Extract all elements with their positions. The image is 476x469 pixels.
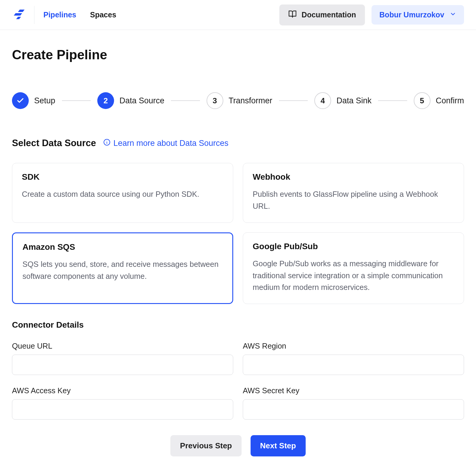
input-queue-url[interactable] bbox=[12, 355, 233, 375]
label-aws-access-key: AWS Access Key bbox=[12, 386, 233, 395]
info-icon bbox=[103, 139, 110, 148]
documentation-label: Documentation bbox=[301, 10, 356, 19]
source-card-google-pubsub[interactable]: Google Pub/Sub Google Pub/Sub works as a… bbox=[243, 232, 464, 304]
header-right: Documentation Bobur Umurzokov bbox=[279, 4, 464, 25]
label-aws-region: AWS Region bbox=[243, 342, 464, 350]
step-label-confirm: Confirm bbox=[436, 96, 464, 105]
step-transformer[interactable]: 3 Transformer bbox=[207, 92, 272, 109]
app-logo[interactable] bbox=[12, 6, 34, 24]
nav-pipelines[interactable]: Pipelines bbox=[43, 10, 76, 19]
learn-more-link[interactable]: Learn more about Data Sources bbox=[103, 139, 228, 148]
source-card-desc: Create a custom data source using our Py… bbox=[22, 188, 223, 200]
step-data-sink[interactable]: 4 Data Sink bbox=[314, 92, 372, 109]
field-aws-secret-key: AWS Secret Key bbox=[243, 386, 464, 420]
source-card-desc: Publish events to GlassFlow pipeline usi… bbox=[253, 188, 454, 212]
label-aws-secret-key: AWS Secret Key bbox=[243, 386, 464, 395]
step-confirm[interactable]: 5 Confirm bbox=[414, 92, 464, 109]
user-menu-button[interactable]: Bobur Umurzokov bbox=[372, 5, 464, 25]
user-name: Bobur Umurzokov bbox=[379, 10, 444, 19]
page-title: Create Pipeline bbox=[12, 47, 464, 62]
label-queue-url: Queue URL bbox=[12, 342, 233, 350]
next-step-button[interactable]: Next Step bbox=[251, 435, 306, 456]
step-circle-data-source: 2 bbox=[97, 92, 114, 109]
step-divider bbox=[378, 100, 407, 101]
main-content: Create Pipeline Setup 2 Data Source 3 Tr… bbox=[0, 30, 476, 468]
main-nav: Pipelines Spaces bbox=[43, 10, 116, 19]
field-aws-access-key: AWS Access Key bbox=[12, 386, 233, 420]
step-label-data-sink: Data Sink bbox=[336, 96, 372, 105]
book-icon bbox=[288, 10, 297, 20]
step-setup[interactable]: Setup bbox=[12, 92, 55, 109]
step-label-transformer: Transformer bbox=[229, 96, 272, 105]
step-divider bbox=[279, 100, 308, 101]
source-card-grid: SDK Create a custom data source using ou… bbox=[12, 163, 464, 304]
source-card-webhook[interactable]: Webhook Publish events to GlassFlow pipe… bbox=[243, 163, 464, 223]
footer-buttons: Previous Step Next Step bbox=[12, 435, 464, 456]
source-card-title: SDK bbox=[22, 172, 223, 182]
step-data-source[interactable]: 2 Data Source bbox=[97, 92, 164, 109]
previous-step-button[interactable]: Previous Step bbox=[170, 435, 241, 456]
step-circle-setup bbox=[12, 92, 29, 109]
check-icon bbox=[16, 97, 24, 105]
field-queue-url: Queue URL bbox=[12, 342, 233, 375]
input-aws-secret-key[interactable] bbox=[243, 399, 464, 420]
step-circle-confirm: 5 bbox=[414, 92, 430, 109]
source-card-desc: Google Pub/Sub works as a messaging midd… bbox=[253, 258, 454, 293]
section-header: Select Data Source Learn more about Data… bbox=[12, 138, 464, 149]
logo-icon bbox=[12, 8, 26, 22]
connector-details-title: Connector Details bbox=[12, 320, 464, 330]
learn-more-label: Learn more about Data Sources bbox=[113, 139, 228, 148]
app-header: Pipelines Spaces Documentation Bobur Umu… bbox=[0, 0, 476, 30]
documentation-button[interactable]: Documentation bbox=[279, 4, 365, 25]
source-card-sdk[interactable]: SDK Create a custom data source using ou… bbox=[12, 163, 233, 223]
connector-form: Queue URL AWS Region AWS Access Key AWS … bbox=[12, 342, 464, 420]
step-divider bbox=[62, 100, 91, 101]
nav-spaces[interactable]: Spaces bbox=[90, 10, 116, 19]
source-card-title: Webhook bbox=[253, 172, 454, 182]
source-card-title: Google Pub/Sub bbox=[253, 242, 454, 251]
section-title: Select Data Source bbox=[12, 138, 96, 149]
header-left: Pipelines Spaces bbox=[12, 6, 116, 24]
step-label-setup: Setup bbox=[34, 96, 55, 105]
step-label-data-source: Data Source bbox=[119, 96, 164, 105]
field-aws-region: AWS Region bbox=[243, 342, 464, 375]
source-card-title: Amazon SQS bbox=[22, 242, 223, 252]
step-circle-data-sink: 4 bbox=[314, 92, 331, 109]
input-aws-region[interactable] bbox=[243, 355, 464, 375]
input-aws-access-key[interactable] bbox=[12, 399, 233, 420]
source-card-amazon-sqs[interactable]: Amazon SQS SQS lets you send, store, and… bbox=[12, 232, 233, 304]
chevron-down-icon bbox=[450, 10, 456, 19]
stepper: Setup 2 Data Source 3 Transformer 4 Data… bbox=[12, 92, 464, 109]
step-circle-transformer: 3 bbox=[207, 92, 223, 109]
step-divider bbox=[171, 100, 200, 101]
source-card-desc: SQS lets you send, store, and receive me… bbox=[22, 258, 223, 282]
